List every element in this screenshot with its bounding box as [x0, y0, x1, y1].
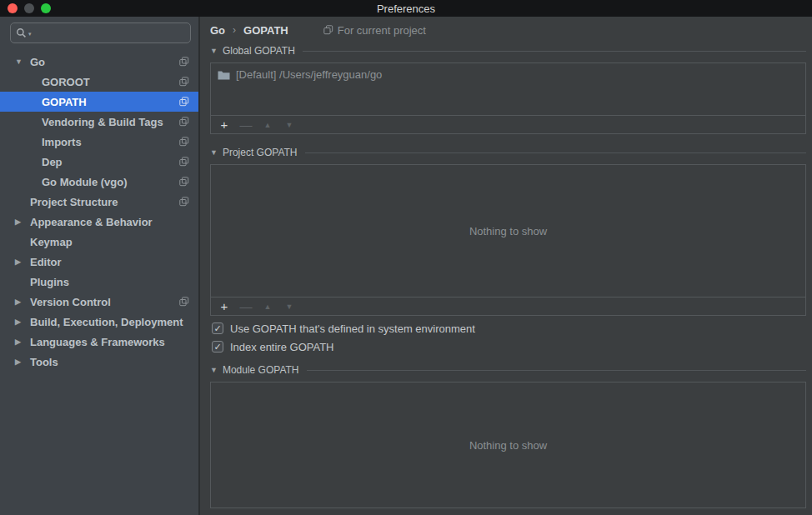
collapse-triangle-icon[interactable]: ▼	[210, 148, 218, 157]
header-rule	[305, 152, 807, 153]
sidebar-item-dep[interactable]: Dep	[0, 152, 198, 172]
chevron-right-icon[interactable]: ▶	[12, 298, 30, 306]
sidebar-item-label: Plugins	[30, 276, 69, 288]
header-rule	[303, 51, 806, 52]
settings-content: Go › GOPATH For current project ▼ Global…	[200, 17, 812, 515]
sidebar-item-tools[interactable]: ▶Tools	[0, 352, 198, 372]
global-gopath-toolbar: + — ▲ ▼	[211, 115, 805, 133]
index-entire-gopath-checkbox-row[interactable]: ✓ Index entire GOPATH	[210, 338, 806, 356]
global-gopath-panel: [Default] /Users/jeffreyguan/go + — ▲ ▼	[210, 62, 806, 134]
current-project-icon	[323, 25, 333, 35]
remove-button[interactable]: —	[235, 117, 257, 133]
chevron-right-icon[interactable]: ▶	[12, 258, 30, 266]
current-project-icon	[179, 177, 189, 187]
minimize-window-button	[24, 3, 34, 13]
sidebar-item-label: Build, Execution, Deployment	[30, 316, 183, 328]
sidebar-item-label: Project Structure	[30, 196, 118, 208]
chevron-right-icon[interactable]: ▶	[12, 218, 30, 226]
breadcrumb-separator-icon: ›	[233, 24, 236, 36]
sidebar-item-goroot[interactable]: GOROOT	[0, 72, 198, 92]
close-window-button[interactable]	[8, 3, 18, 13]
folder-icon	[218, 70, 230, 80]
use-system-gopath-checkbox-row[interactable]: ✓ Use GOPATH that's defined in system en…	[210, 319, 806, 338]
current-project-icon	[179, 297, 189, 307]
chevron-down-icon[interactable]: ▼	[12, 58, 30, 66]
chevron-right-icon[interactable]: ▶	[12, 318, 30, 326]
sidebar-item-editor[interactable]: ▶Editor	[0, 252, 198, 272]
sidebar-item-vendoring-build-tags[interactable]: Vendoring & Build Tags	[0, 112, 198, 132]
project-gopath-header[interactable]: ▼ Project GOPATH	[210, 145, 806, 160]
settings-tree: ▼GoGOROOTGOPATHVendoring & Build TagsImp…	[0, 47, 198, 515]
sidebar-item-keymap[interactable]: Keymap	[0, 232, 198, 252]
gopath-entry-label: [Default] /Users/jeffreyguan/go	[236, 68, 382, 81]
sidebar-item-go-module-vgo[interactable]: Go Module (vgo)	[0, 172, 198, 192]
scope-note-label: For current project	[338, 24, 426, 37]
sidebar-item-languages-frameworks[interactable]: ▶Languages & Frameworks	[0, 332, 198, 352]
window-title: Preferences	[377, 2, 435, 15]
sidebar-item-label: Editor	[30, 256, 62, 268]
sidebar-item-label: Version Control	[30, 296, 111, 308]
scope-note: For current project	[323, 24, 426, 37]
zoom-window-button[interactable]	[41, 3, 51, 13]
sidebar-item-plugins[interactable]: Plugins	[0, 272, 198, 292]
chevron-right-icon[interactable]: ▶	[12, 338, 30, 346]
move-up-button[interactable]: ▲	[257, 117, 278, 133]
move-down-button[interactable]: ▼	[278, 298, 300, 315]
add-button[interactable]: +	[213, 117, 235, 133]
collapse-triangle-icon[interactable]: ▼	[210, 47, 218, 55]
settings-sidebar: ▾ ▼GoGOROOTGOPATHVendoring & Build TagsI…	[0, 17, 200, 515]
breadcrumb: Go › GOPATH For current project	[210, 17, 806, 43]
breadcrumb-parent[interactable]: Go	[210, 24, 225, 37]
sidebar-item-label: GOROOT	[42, 76, 90, 88]
global-gopath-header[interactable]: ▼ Global GOPATH	[210, 43, 806, 58]
sidebar-item-imports[interactable]: Imports	[0, 132, 198, 152]
sidebar-item-gopath[interactable]: GOPATH	[0, 92, 198, 112]
collapse-triangle-icon[interactable]: ▼	[210, 366, 218, 374]
sidebar-item-label: Languages & Frameworks	[30, 336, 165, 348]
module-gopath-title: Module GOPATH	[223, 364, 299, 376]
search-input[interactable]	[33, 26, 185, 40]
sidebar-item-label: Go	[30, 56, 45, 68]
traffic-lights	[8, 3, 51, 13]
checkbox-checked-icon[interactable]: ✓	[212, 341, 223, 352]
breadcrumb-current: GOPATH	[243, 24, 288, 37]
sidebar-item-label: Appearance & Behavior	[30, 216, 153, 228]
global-gopath-title: Global GOPATH	[223, 45, 295, 57]
sidebar-item-label: Tools	[30, 356, 58, 368]
search-icon	[16, 28, 27, 38]
project-gopath-panel: Nothing to show + — ▲ ▼	[210, 164, 806, 316]
project-gopath-list[interactable]: Nothing to show	[211, 165, 805, 297]
sidebar-item-version-control[interactable]: ▶Version Control	[0, 292, 198, 312]
module-gopath-panel: Nothing to show	[210, 382, 806, 508]
sidebar-item-project-structure[interactable]: Project Structure	[0, 192, 198, 212]
sidebar-item-go[interactable]: ▼Go	[0, 52, 198, 72]
sidebar-item-label: Imports	[42, 136, 82, 148]
sidebar-item-label: Go Module (vgo)	[42, 176, 128, 188]
project-gopath-toolbar: + — ▲ ▼	[211, 297, 805, 315]
sidebar-item-build-execution-deployment[interactable]: ▶Build, Execution, Deployment	[0, 312, 198, 332]
add-button[interactable]: +	[213, 298, 235, 315]
sidebar-item-appearance-behavior[interactable]: ▶Appearance & Behavior	[0, 212, 198, 232]
empty-list-label: Nothing to show	[469, 439, 547, 452]
current-project-icon	[179, 137, 189, 147]
chevron-right-icon[interactable]: ▶	[12, 358, 30, 366]
index-entire-gopath-label: Index entire GOPATH	[230, 341, 334, 353]
search-options-caret-icon[interactable]: ▾	[28, 31, 32, 38]
header-rule	[307, 370, 806, 371]
use-system-gopath-label: Use GOPATH that's defined in system envi…	[230, 322, 475, 335]
move-down-button[interactable]: ▼	[278, 117, 300, 133]
global-gopath-list[interactable]: [Default] /Users/jeffreyguan/go	[211, 63, 805, 115]
remove-button[interactable]: —	[235, 298, 257, 315]
module-gopath-header[interactable]: ▼ Module GOPATH	[210, 362, 806, 378]
move-up-button[interactable]: ▲	[257, 298, 278, 315]
sidebar-item-label: GOPATH	[42, 96, 87, 108]
project-gopath-title: Project GOPATH	[223, 147, 298, 158]
preferences-dialog: ▾ ▼GoGOROOTGOPATHVendoring & Build TagsI…	[0, 17, 812, 515]
gopath-entry-row[interactable]: [Default] /Users/jeffreyguan/go	[211, 63, 805, 81]
current-project-icon	[179, 157, 189, 167]
sidebar-item-label: Vendoring & Build Tags	[42, 116, 163, 128]
checkbox-checked-icon[interactable]: ✓	[212, 322, 223, 334]
current-project-icon	[179, 77, 189, 87]
settings-search-box[interactable]: ▾	[10, 22, 191, 43]
module-gopath-list[interactable]: Nothing to show	[211, 382, 805, 508]
